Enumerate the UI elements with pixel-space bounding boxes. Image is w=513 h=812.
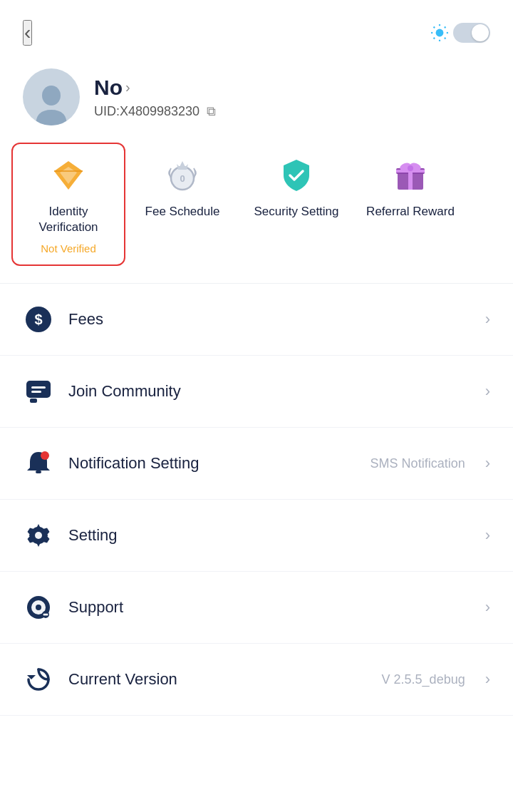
community-icon-wrap bbox=[23, 376, 54, 407]
back-button[interactable]: ‹ bbox=[23, 20, 32, 46]
toggle-thumb bbox=[472, 24, 489, 41]
svg-text:$: $ bbox=[34, 312, 42, 327]
svg-rect-25 bbox=[30, 399, 37, 403]
theme-toggle[interactable] bbox=[453, 23, 490, 43]
svg-rect-27 bbox=[31, 391, 41, 393]
referral-reward-label: Referral Reward bbox=[366, 204, 455, 220]
avatar-figure bbox=[33, 83, 70, 125]
profile-name-chevron: › bbox=[125, 79, 130, 96]
current-version-label: Current Version bbox=[68, 670, 368, 689]
gift-icon-wrap bbox=[389, 154, 432, 197]
diamond-icon-wrap bbox=[47, 154, 90, 197]
diamond-icon bbox=[50, 157, 87, 194]
uid-text: UID:X4809983230 bbox=[94, 104, 200, 119]
notification-setting-label: Notification Setting bbox=[68, 454, 356, 473]
chat-icon bbox=[24, 377, 53, 406]
svg-rect-26 bbox=[31, 386, 46, 389]
avatar[interactable] bbox=[23, 68, 80, 125]
notification-icon-wrap bbox=[23, 448, 54, 479]
sun-icon bbox=[430, 24, 449, 42]
svg-line-7 bbox=[434, 38, 435, 39]
join-community-label: Join Community bbox=[68, 382, 471, 401]
svg-text:0: 0 bbox=[180, 173, 185, 184]
fees-label: Fees bbox=[68, 310, 471, 329]
quick-action-identity-verification[interactable]: IdentityVerification Not Verified bbox=[11, 143, 125, 266]
svg-point-21 bbox=[408, 165, 413, 171]
menu-item-join-community[interactable]: Join Community › bbox=[0, 356, 513, 428]
medal-icon-wrap: 0 bbox=[161, 154, 204, 197]
svg-line-3 bbox=[434, 27, 435, 29]
svg-point-31 bbox=[35, 532, 42, 539]
shield-icon-wrap bbox=[275, 154, 318, 197]
svg-line-4 bbox=[445, 38, 446, 39]
setting-icon-wrap bbox=[23, 520, 54, 551]
svg-line-8 bbox=[445, 27, 446, 29]
refresh-icon bbox=[24, 665, 53, 694]
svg-marker-14 bbox=[177, 161, 188, 170]
top-bar: ‹ bbox=[0, 0, 513, 57]
svg-point-29 bbox=[41, 451, 49, 460]
profile-name: No bbox=[94, 76, 123, 100]
svg-point-0 bbox=[436, 29, 444, 37]
dollar-icon: $ bbox=[24, 305, 53, 334]
profile-section: No › UID:X4809983230 ⧉ bbox=[0, 57, 513, 143]
gear-icon bbox=[24, 521, 53, 550]
theme-toggle-wrap bbox=[430, 23, 490, 43]
menu-list: $ Fees › Join Community › Notificatio bbox=[0, 284, 513, 716]
setting-label: Setting bbox=[68, 526, 471, 545]
quick-action-referral-reward[interactable]: Referral Reward bbox=[353, 143, 467, 266]
notification-setting-chevron: › bbox=[485, 454, 490, 473]
profile-name-row[interactable]: No › bbox=[94, 76, 216, 100]
svg-point-38 bbox=[46, 614, 48, 616]
identity-verification-label: IdentityVerification bbox=[38, 204, 98, 235]
shield-check-icon bbox=[278, 157, 315, 194]
svg-point-34 bbox=[36, 605, 41, 610]
menu-item-fees[interactable]: $ Fees › bbox=[0, 284, 513, 356]
profile-info: No › UID:X4809983230 ⧉ bbox=[94, 76, 216, 119]
identity-verification-sublabel: Not Verified bbox=[41, 242, 96, 255]
quick-action-fee-schedule[interactable]: 0 Fee Schedule bbox=[125, 143, 239, 266]
gift-icon bbox=[392, 157, 429, 194]
support-icon-wrap bbox=[23, 592, 54, 623]
uid-row: UID:X4809983230 ⧉ bbox=[94, 104, 216, 119]
menu-item-notification-setting[interactable]: Notification Setting SMS Notification › bbox=[0, 428, 513, 500]
copy-icon[interactable]: ⧉ bbox=[207, 104, 216, 119]
version-icon-wrap bbox=[23, 664, 54, 695]
menu-item-support[interactable]: Support › bbox=[0, 572, 513, 644]
current-version-chevron: › bbox=[485, 670, 490, 689]
svg-point-9 bbox=[42, 86, 61, 106]
join-community-chevron: › bbox=[485, 382, 490, 401]
medal-icon: 0 bbox=[164, 157, 201, 194]
support-icon bbox=[24, 593, 53, 622]
security-setting-label: Security Setting bbox=[254, 204, 338, 220]
svg-rect-24 bbox=[26, 381, 51, 398]
fees-chevron: › bbox=[485, 310, 490, 329]
menu-item-current-version[interactable]: Current Version V 2.5.5_debug › bbox=[0, 644, 513, 716]
current-version-value: V 2.5.5_debug bbox=[382, 672, 465, 687]
svg-rect-28 bbox=[36, 471, 41, 473]
bell-icon bbox=[24, 449, 53, 478]
support-label: Support bbox=[68, 598, 471, 617]
menu-item-setting[interactable]: Setting › bbox=[0, 500, 513, 572]
setting-chevron: › bbox=[485, 526, 490, 545]
notification-setting-value: SMS Notification bbox=[370, 456, 465, 471]
quick-action-security-setting[interactable]: Security Setting bbox=[239, 143, 353, 266]
fee-schedule-label: Fee Schedule bbox=[145, 204, 220, 220]
fees-icon-wrap: $ bbox=[23, 304, 54, 335]
support-chevron: › bbox=[485, 598, 490, 617]
quick-actions-row: IdentityVerification Not Verified 0 Fee … bbox=[0, 143, 513, 284]
